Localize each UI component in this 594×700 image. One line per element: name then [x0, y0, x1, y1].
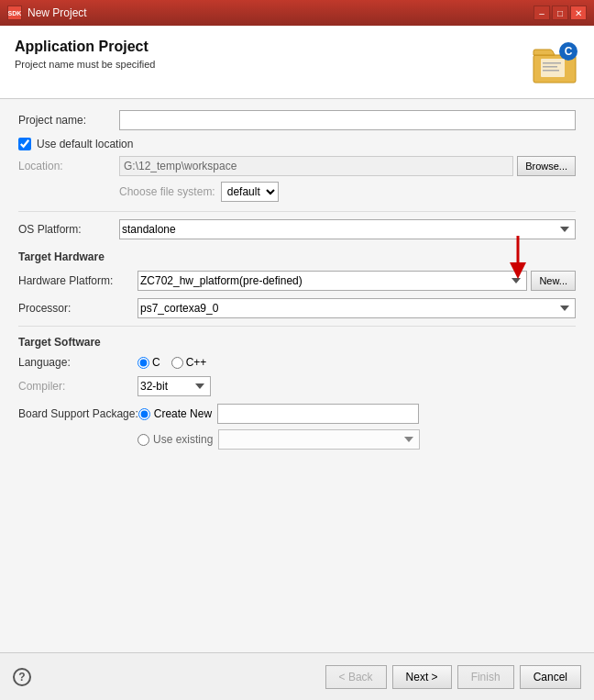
use-default-location-label: Use default location — [37, 138, 133, 150]
browse-button[interactable]: Browse... — [517, 156, 576, 176]
hardware-platform-select[interactable]: ZC702_hw_platform(pre-defined) — [138, 271, 527, 291]
header-section: Application Project Project name must be… — [0, 26, 594, 99]
bsp-create-group: Create New — [138, 404, 419, 424]
bsp-existing-select[interactable] — [218, 429, 420, 450]
back-button[interactable]: < Back — [325, 665, 387, 689]
nav-buttons: < Back Next > Finish Cancel — [325, 665, 581, 689]
bsp-row: Board Support Package: Create New — [18, 404, 576, 424]
close-button[interactable]: ✕ — [570, 6, 587, 20]
title-bar: SDK New Project – □ ✕ — [0, 0, 594, 26]
minimize-button[interactable]: – — [534, 6, 550, 20]
use-default-location-checkbox[interactable] — [18, 138, 31, 150]
bottom-bar: ? < Back Next > Finish Cancel — [0, 652, 594, 700]
content-section: Project name: Use default location Locat… — [0, 99, 594, 652]
project-name-row: Project name: — [18, 110, 576, 130]
svg-rect-6 — [543, 66, 557, 68]
language-label: Language: — [18, 356, 138, 369]
svg-rect-4 — [541, 59, 565, 77]
compiler-row: Compiler: 32-bit 64-bit — [18, 376, 576, 396]
dialog-title: Application Project — [15, 39, 155, 55]
bsp-existing-group: Use existing — [138, 429, 420, 450]
help-button[interactable]: ? — [13, 668, 31, 686]
filesystem-select[interactable]: default — [221, 182, 279, 202]
project-name-label: Project name: — [18, 114, 119, 127]
red-arrow-icon — [504, 236, 532, 282]
main-container: Application Project Project name must be… — [0, 26, 594, 700]
header-icon: C — [532, 39, 579, 86]
bsp-use-existing-radio[interactable] — [138, 434, 149, 446]
target-software-section: Target Software Language: C C++ Com — [18, 336, 576, 450]
bsp-existing-row: Use existing — [18, 429, 576, 450]
filesystem-label: Choose file system: — [119, 185, 215, 198]
language-c-label: C — [152, 356, 160, 369]
finish-button[interactable]: Finish — [457, 665, 514, 689]
use-default-location-row: Use default location — [18, 138, 576, 150]
svg-text:C: C — [565, 45, 573, 58]
next-button[interactable]: Next > — [392, 665, 452, 689]
bsp-create-new-label: Create New — [154, 407, 212, 420]
bsp-use-existing-label: Use existing — [153, 433, 213, 446]
compiler-select[interactable]: 32-bit 64-bit — [138, 376, 211, 396]
language-cpp-radio[interactable] — [171, 357, 183, 369]
dialog-subtitle: Project name must be specified — [15, 59, 155, 70]
filesystem-row: Choose file system: default — [18, 182, 576, 202]
app-icon: SDK — [7, 6, 22, 20]
bsp-create-new-input[interactable] — [217, 404, 419, 424]
compiler-label: Compiler: — [18, 380, 138, 393]
bsp-label: Board Support Package: — [18, 407, 138, 420]
bsp-create-new-radio[interactable] — [138, 408, 150, 420]
project-name-input[interactable] — [119, 110, 576, 130]
processor-label: Processor: — [18, 302, 138, 315]
processor-row: Processor: ps7_cortexa9_0 — [18, 298, 576, 318]
target-software-title: Target Software — [18, 336, 576, 349]
language-c-option[interactable]: C — [138, 356, 160, 369]
language-cpp-option[interactable]: C++ — [171, 356, 207, 369]
os-platform-row: OS Platform: standalone — [18, 219, 576, 239]
location-label: Location: — [18, 160, 119, 172]
language-row: Language: C C++ — [18, 356, 576, 369]
separator-1 — [18, 211, 576, 212]
window-title: New Project — [28, 6, 87, 19]
os-platform-label: OS Platform: — [18, 223, 119, 236]
new-hw-button[interactable]: New... — [531, 271, 576, 291]
bsp-use-existing-option[interactable]: Use existing — [138, 433, 213, 446]
hardware-platform-label: Hardware Platform: — [18, 274, 138, 287]
location-row: Location: Browse... — [18, 156, 576, 176]
bsp-create-new-option[interactable]: Create New — [138, 407, 212, 420]
separator-2 — [18, 326, 576, 327]
svg-rect-5 — [543, 62, 561, 64]
svg-rect-7 — [543, 70, 559, 72]
hardware-platform-row: Hardware Platform: ZC702_hw_platform(pre… — [18, 271, 576, 291]
target-hardware-title: Target Hardware — [18, 250, 576, 263]
processor-select[interactable]: ps7_cortexa9_0 — [138, 298, 576, 318]
language-c-radio[interactable] — [138, 357, 149, 369]
cancel-button[interactable]: Cancel — [520, 665, 581, 689]
language-cpp-label: C++ — [186, 356, 207, 369]
maximize-button[interactable]: □ — [552, 6, 568, 20]
location-input — [119, 156, 513, 176]
